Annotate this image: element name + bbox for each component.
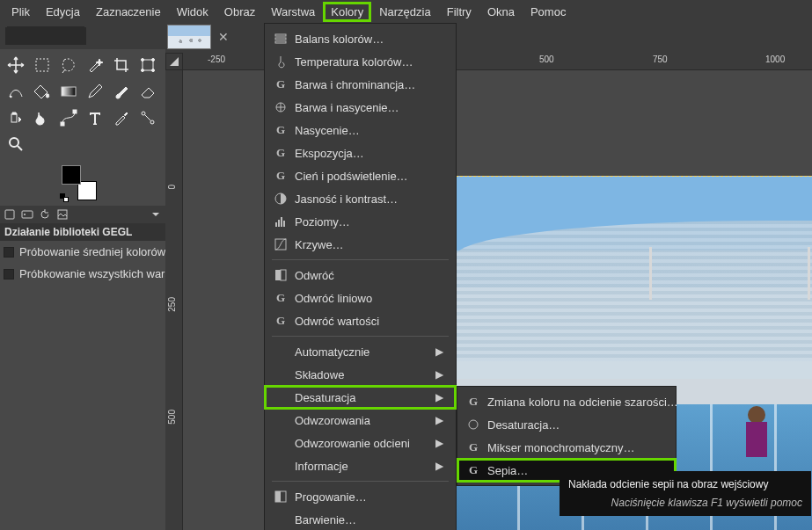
device-status-tab-icon[interactable] [21, 208, 33, 221]
svg-rect-6 [62, 87, 76, 96]
tooltip-text: Nakłada odcienie sepii na obraz wejściow… [568, 476, 802, 492]
mi-saturation[interactable]: GNasycenie… [265, 119, 456, 142]
svg-rect-13 [5, 210, 14, 219]
mi-threshold[interactable]: Progowanie… [265, 485, 456, 508]
mi-desaturate[interactable]: Desaturacja▶ [265, 386, 456, 409]
eraser-tool-icon[interactable] [135, 79, 160, 104]
measure-tool-icon[interactable] [135, 105, 160, 130]
tab-menu-icon[interactable] [150, 208, 162, 221]
close-tab-icon[interactable]: ✕ [216, 30, 230, 44]
color-swatches[interactable] [62, 165, 97, 200]
ruler-vertical[interactable]: 0 250 500 [165, 70, 183, 530]
image-tab-thumb[interactable] [167, 25, 211, 49]
undo-history-tab-icon[interactable] [39, 208, 51, 221]
svg-rect-7 [11, 114, 17, 122]
mi-invert-linear[interactable]: GOdwróć liniowo [265, 287, 456, 309]
mi-info[interactable]: Informacje▶ [265, 454, 456, 477]
tooltip: Nakłada odcienie sepii na obraz wejściow… [560, 471, 811, 516]
color-picker-tool-icon[interactable] [109, 105, 134, 130]
move-tool-icon[interactable] [4, 53, 28, 77]
ruler-origin[interactable] [165, 53, 183, 70]
gradient-tool-icon[interactable] [56, 79, 81, 104]
blank-icon [274, 345, 288, 359]
gegl-icon: G [274, 314, 288, 328]
smudge-tool-icon[interactable] [30, 105, 55, 130]
fg-color-swatch[interactable] [62, 165, 81, 185]
svg-rect-19 [275, 41, 286, 43]
color-balance-icon [274, 32, 288, 46]
menu-help[interactable]: Pomoc [524, 4, 572, 20]
images-tab-icon[interactable] [56, 208, 69, 221]
zoom-tool-icon[interactable] [4, 132, 28, 156]
mi-color-mapping[interactable]: Odwzorowania▶ [265, 409, 456, 432]
transform-tool-icon[interactable] [135, 53, 160, 77]
mi-color-temperature[interactable]: Temperatura kolorów… [265, 50, 456, 73]
svg-point-15 [24, 214, 26, 215]
fuzzy-select-tool-icon[interactable] [83, 53, 107, 77]
menu-view[interactable]: Widok [171, 4, 215, 20]
blank-icon [274, 367, 288, 381]
text-tool-icon[interactable] [83, 105, 107, 130]
ruler-tick: 250 [167, 297, 177, 312]
mi-exposure[interactable]: GEkspozycja… [265, 142, 456, 164]
option-sample-all-layers[interactable]: Próbkowanie wszystkich warstw [0, 263, 165, 285]
svg-point-5 [152, 69, 155, 72]
option-sample-average[interactable]: Próbowanie średniej kolorów [0, 241, 165, 263]
menu-tools[interactable]: Narzędzia [373, 4, 437, 20]
gegl-icon: G [466, 463, 480, 477]
blank-icon [274, 390, 288, 404]
paintbrush-tool-icon[interactable] [109, 79, 134, 104]
menu-file[interactable]: Plik [5, 4, 36, 20]
mi-color-to-gray[interactable]: GZmiana koloru na odcienie szarości… [457, 390, 676, 413]
menu-edit[interactable]: Edycja [40, 4, 86, 20]
levels-icon [274, 214, 288, 229]
menu-filters[interactable]: Filtry [441, 4, 478, 20]
warp-tool-icon[interactable] [4, 79, 28, 104]
menu-colors[interactable]: Kolory [325, 4, 369, 20]
blank-icon [274, 413, 288, 427]
menu-select[interactable]: Zaznaczenie [90, 4, 167, 20]
bucket-fill-tool-icon[interactable] [30, 79, 55, 104]
mi-components[interactable]: Składowe▶ [265, 363, 456, 386]
chevron-right-icon: ▶ [435, 391, 443, 403]
pencil-tool-icon[interactable] [83, 79, 107, 104]
mi-curves[interactable]: Krzywe… [265, 233, 456, 256]
mi-colorize[interactable]: Barwienie… [265, 508, 456, 530]
option-label: Próbowanie średniej kolorów [19, 245, 165, 258]
svg-point-2 [142, 59, 144, 62]
mi-hue-saturation[interactable]: Barwa i nasycenie… [265, 96, 456, 119]
mi-shadows-highlights[interactable]: GCień i podświetlenie… [265, 164, 456, 187]
panel-title: Działanie biblioteki GEGL [0, 223, 165, 241]
mi-color-balance[interactable]: Balans kolorów… [265, 27, 456, 50]
svg-rect-1 [143, 60, 153, 70]
menu-windows[interactable]: Okna [481, 4, 521, 20]
gegl-icon: G [466, 440, 480, 454]
svg-rect-24 [281, 217, 282, 227]
free-select-tool-icon[interactable] [56, 53, 81, 77]
dock-tabbar [0, 206, 165, 223]
mi-auto[interactable]: Automatycznie▶ [265, 340, 456, 363]
curves-icon [274, 237, 288, 251]
blank-icon [274, 459, 288, 473]
mi-invert-value[interactable]: GOdwróć wartości [265, 309, 456, 332]
tooltip-hint: Naciśnięcie klawisza F1 wyświetli pomoc [568, 495, 802, 511]
rect-select-tool-icon[interactable] [30, 53, 55, 77]
clone-tool-icon[interactable] [4, 105, 28, 130]
mi-mono-mixer[interactable]: GMikser monochromatyczny… [457, 436, 676, 459]
default-colors-icon[interactable] [60, 193, 69, 202]
mi-brightness-contrast[interactable]: Jasność i kontrast… [265, 187, 456, 210]
crop-tool-icon[interactable] [109, 53, 134, 77]
menu-layer[interactable]: Warstwa [265, 4, 321, 20]
mi-hue-chroma[interactable]: GBarwa i chrominancja… [265, 73, 456, 96]
gegl-icon: G [274, 169, 288, 183]
toolbox [0, 49, 165, 160]
chevron-right-icon: ▶ [435, 345, 443, 358]
mi-tone-mapping[interactable]: Odwzorowanie odcieni▶ [265, 432, 456, 454]
mi-desaturate-cmd[interactable]: Desaturacja… [457, 413, 676, 436]
menu-image[interactable]: Obraz [218, 4, 261, 20]
tool-options-tab-icon[interactable] [4, 208, 16, 221]
path-tool-icon[interactable] [56, 105, 81, 130]
svg-rect-23 [278, 220, 280, 227]
mi-invert[interactable]: Odwróć [265, 264, 456, 287]
mi-levels[interactable]: Poziomy… [265, 210, 456, 233]
